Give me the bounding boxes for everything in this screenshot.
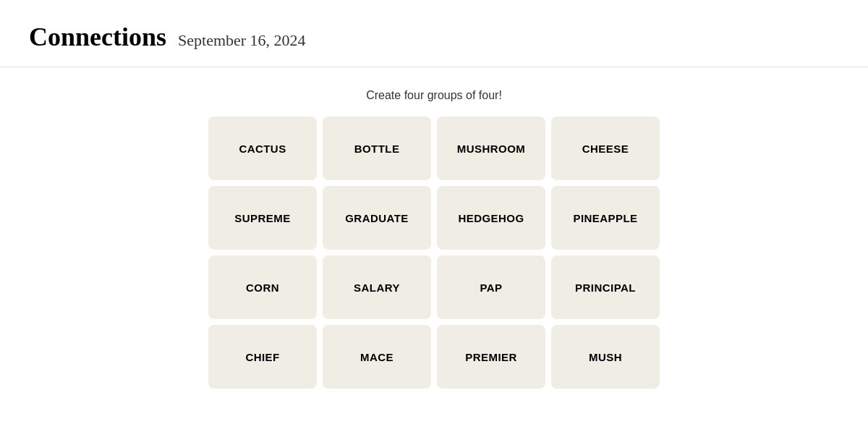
tile-chief[interactable]: CHIEF [208, 325, 317, 389]
tile-label-corn: CORN [246, 282, 279, 294]
instruction-text: Create four groups of four! [366, 89, 502, 102]
tile-label-mushroom: MUSHROOM [457, 143, 525, 155]
tile-cheese[interactable]: CHEESE [551, 117, 660, 180]
tile-graduate[interactable]: GRADUATE [323, 186, 431, 250]
tile-pineapple[interactable]: PINEAPPLE [551, 186, 660, 250]
tile-salary[interactable]: SALARY [323, 255, 431, 319]
tile-label-principal: PRINCIPAL [575, 282, 636, 294]
tile-bottle[interactable]: BOTTLE [323, 117, 431, 180]
tile-label-bottle: BOTTLE [354, 143, 400, 155]
tile-supreme[interactable]: SUPREME [208, 186, 317, 250]
header: Connections September 16, 2024 [0, 0, 868, 67]
main-content: Create four groups of four! CACTUSBOTTLE… [0, 67, 868, 410]
page-date: September 16, 2024 [178, 31, 306, 50]
tile-label-mace: MACE [360, 351, 393, 363]
page-title: Connections [29, 22, 166, 52]
tile-corn[interactable]: CORN [208, 255, 317, 319]
tile-label-chief: CHIEF [245, 351, 279, 363]
tile-label-premier: PREMIER [465, 351, 517, 363]
tile-premier[interactable]: PREMIER [437, 325, 545, 389]
tile-label-pap: PAP [480, 282, 502, 294]
tile-cactus[interactable]: CACTUS [208, 117, 317, 180]
tile-label-cactus: CACTUS [239, 143, 286, 155]
tile-label-supreme: SUPREME [234, 212, 290, 224]
tile-hedgehog[interactable]: HEDGEHOG [437, 186, 545, 250]
tile-principal[interactable]: PRINCIPAL [551, 255, 660, 319]
tile-label-pineapple: PINEAPPLE [573, 212, 637, 224]
tile-mace[interactable]: MACE [323, 325, 431, 389]
tile-mushroom[interactable]: MUSHROOM [437, 117, 545, 180]
tile-label-salary: SALARY [354, 282, 400, 294]
tile-grid: CACTUSBOTTLEMUSHROOMCHEESESUPREMEGRADUAT… [208, 117, 660, 389]
tile-pap[interactable]: PAP [437, 255, 545, 319]
tile-label-hedgehog: HEDGEHOG [458, 212, 524, 224]
tile-mush[interactable]: MUSH [551, 325, 660, 389]
tile-label-cheese: CHEESE [582, 143, 629, 155]
tile-label-mush: MUSH [589, 351, 622, 363]
tile-label-graduate: GRADUATE [345, 212, 408, 224]
